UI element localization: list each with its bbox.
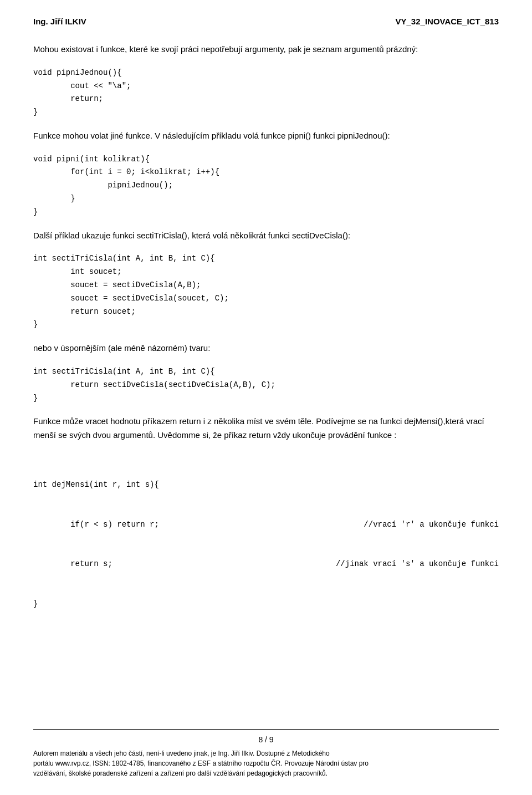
paragraph-1: Mohou existovat i funkce, které ke svojí…	[33, 43, 499, 57]
footer-divider	[33, 729, 499, 730]
code-line-2-comment: //vrací 'r' a ukončuje funkci	[364, 518, 499, 532]
header: Ing. Jiří ILKIV VY_32_INOVACE_ICT_813	[33, 17, 499, 26]
code-line-3: return s; //jinak vrací 's' a ukončuje f…	[33, 558, 499, 571]
code-line-3-code: return s;	[33, 558, 112, 571]
code-line-4: }	[33, 598, 499, 611]
footer: 8 / 9 Autorem materiálu a všech jeho čás…	[0, 729, 532, 778]
footer-page-number: 8 / 9	[33, 735, 499, 744]
footer-line-3: vzdělávání, školské poradenské zařízení …	[33, 769, 328, 777]
code-line-2: if(r < s) return r; //vrací 'r' a ukonču…	[33, 518, 499, 532]
code-line-1: int dejMensi(int r, int s){	[33, 478, 499, 492]
header-code: VY_32_INOVACE_ICT_813	[396, 17, 499, 26]
paragraph-2: Funkce mohou volat jiné funkce. V násled…	[33, 129, 499, 143]
paragraph-3: Další příklad ukazuje funkci sectiTriCis…	[33, 229, 499, 243]
code-line-3-comment: //jinak vrací 's' a ukončuje funkci	[336, 558, 499, 571]
code-block-1: void pipniJednou(){ cout << "\a"; return…	[33, 67, 499, 119]
code-block-3: int sectiTriCisla(int A, int B, int C){ …	[33, 252, 499, 332]
code-block-2: void pipni(int kolikrat){ for(int i = 0;…	[33, 153, 499, 219]
code-line-2-code: if(r < s) return r;	[33, 518, 159, 532]
paragraph-5: Funkce může vracet hodnotu příkazem retu…	[33, 415, 499, 442]
code-block-5: int dejMensi(int r, int s){ if(r < s) re…	[33, 452, 499, 637]
header-author: Ing. Jiří ILKIV	[33, 17, 86, 26]
main-content: Mohou existovat i funkce, které ke svojí…	[33, 43, 499, 637]
page: Ing. Jiří ILKIV VY_32_INOVACE_ICT_813 Mo…	[0, 0, 532, 795]
code-block-4: int sectiTriCisla(int A, int B, int C){ …	[33, 365, 499, 405]
footer-line-2: portálu www.rvp.cz, ISSN: 1802-4785, fin…	[33, 760, 369, 767]
footer-text: Autorem materiálu a všech jeho částí, ne…	[33, 748, 499, 778]
footer-line-1: Autorem materiálu a všech jeho částí, ne…	[33, 750, 330, 757]
paragraph-4: nebo v úspornějším (ale méně názorném) t…	[33, 342, 499, 355]
